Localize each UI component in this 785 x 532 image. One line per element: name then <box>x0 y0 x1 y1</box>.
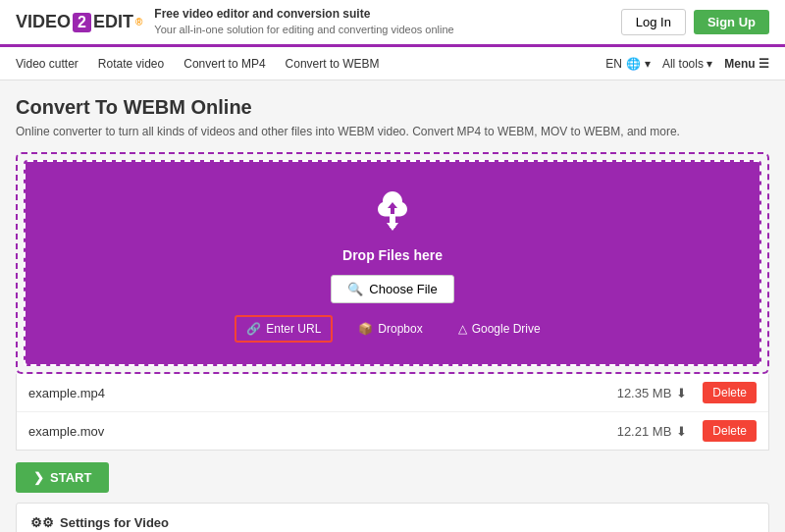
signup-button[interactable]: Sign Up <box>694 10 769 34</box>
table-row: example.mp4 12.35 MB ⬇ Delete <box>17 374 768 412</box>
tagline-title: Free video editor and conversion suite <box>154 6 453 23</box>
page-title: Convert To WEBM Online <box>16 96 769 119</box>
lang-flag-icon: 🌐 <box>626 57 641 71</box>
dropbox-option[interactable]: 📦 Dropbox <box>348 317 432 341</box>
lang-label: EN <box>605 57 622 71</box>
nav-rotate-video[interactable]: Rotate video <box>98 49 164 79</box>
nav-menu[interactable]: Menu ☰ <box>724 57 769 71</box>
enter-url-label: Enter URL <box>266 322 321 336</box>
download-icon-1: ⬇ <box>676 386 687 400</box>
file-list: example.mp4 12.35 MB ⬇ Delete example.mo… <box>16 374 769 451</box>
page-description: Online converter to turn all kinds of vi… <box>16 125 769 138</box>
svg-marker-1 <box>387 223 398 231</box>
google-drive-icon: △ <box>458 322 467 336</box>
file-size-2: 12.21 MB ⬇ <box>617 424 688 439</box>
logo-dot: ® <box>135 17 142 27</box>
header-tagline: Free video editor and conversion suite Y… <box>154 6 453 37</box>
search-icon: 🔍 <box>347 282 363 296</box>
file-name-1: example.mp4 <box>28 386 617 400</box>
enter-url-option[interactable]: 🔗 Enter URL <box>235 315 333 343</box>
tagline-sub: Your all-in-one solution for editing and… <box>154 23 453 37</box>
start-arrow-icon: ❯ <box>33 470 44 485</box>
nav-right: EN 🌐 ▾ All tools ▾ Menu ☰ <box>605 57 769 71</box>
nav-links: Video cutter Rotate video Convert to MP4… <box>16 49 380 79</box>
dropbox-label: Dropbox <box>378 322 422 336</box>
choose-file-label: Choose File <box>369 282 437 296</box>
google-drive-label: Google Drive <box>472 322 541 336</box>
logo: VIDEO 2 EDIT ® <box>16 12 142 32</box>
google-drive-option[interactable]: △ Google Drive <box>448 317 550 341</box>
delete-button-1[interactable]: Delete <box>703 382 757 403</box>
upload-box: Drop Files here 🔍 Choose File 🔗 Enter UR… <box>24 160 761 366</box>
header: VIDEO 2 EDIT ® Free video editor and con… <box>0 0 785 47</box>
tools-chevron-icon: ▾ <box>706 57 712 71</box>
nav-video-cutter[interactable]: Video cutter <box>16 49 78 79</box>
upload-wrapper: Drop Files here 🔍 Choose File 🔗 Enter UR… <box>16 152 769 374</box>
nav-all-tools[interactable]: All tools ▾ <box>662 57 712 71</box>
link-icon: 🔗 <box>246 322 261 336</box>
login-button[interactable]: Log In <box>621 9 686 35</box>
main-content: Convert To WEBM Online Online converter … <box>0 80 785 532</box>
logo-edit: EDIT <box>93 12 133 32</box>
start-label: START <box>50 470 91 485</box>
download-icon-2: ⬇ <box>676 424 687 439</box>
cloud-upload-icon <box>368 189 417 241</box>
nav-convert-mp4[interactable]: Convert to MP4 <box>183 49 265 79</box>
file-size-1: 12.35 MB ⬇ <box>617 386 688 400</box>
dropbox-icon: 📦 <box>358 322 373 336</box>
settings-title: ⚙⚙ Settings for Video <box>30 515 755 530</box>
nav-language[interactable]: EN 🌐 ▾ <box>605 57 651 71</box>
start-button[interactable]: ❯ START <box>16 462 109 493</box>
nav: Video cutter Rotate video Convert to MP4… <box>0 47 785 80</box>
gear-icon: ⚙⚙ <box>30 515 54 530</box>
delete-button-2[interactable]: Delete <box>703 420 757 442</box>
drop-files-text: Drop Files here <box>342 247 443 263</box>
settings-section: ⚙⚙ Settings for Video Change frame rate:… <box>16 503 769 532</box>
nav-convert-webm[interactable]: Convert to WEBM <box>286 49 380 79</box>
menu-icon: ☰ <box>759 57 769 71</box>
header-right: Log In Sign Up <box>621 9 769 35</box>
table-row: example.mov 12.21 MB ⬇ Delete <box>17 412 768 450</box>
file-name-2: example.mov <box>28 424 617 439</box>
choose-file-button[interactable]: 🔍 Choose File <box>331 275 453 303</box>
logo-video: VIDEO <box>16 12 71 32</box>
start-section: ❯ START <box>16 462 769 493</box>
lang-chevron-icon: ▾ <box>645 57 651 71</box>
header-left: VIDEO 2 EDIT ® Free video editor and con… <box>16 6 454 37</box>
logo-2: 2 <box>73 13 91 32</box>
upload-options: 🔗 Enter URL 📦 Dropbox △ Google Drive <box>235 315 550 343</box>
